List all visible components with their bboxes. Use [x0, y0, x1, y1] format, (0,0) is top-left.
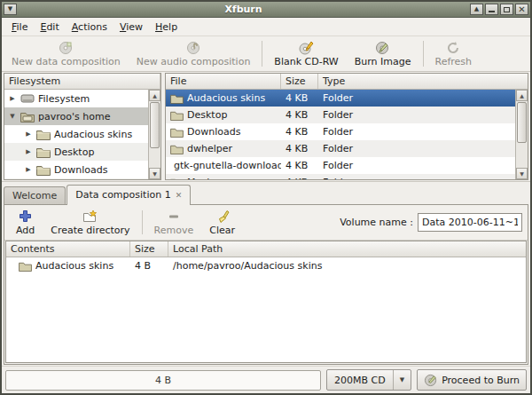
disc-size-combobox[interactable]: 200MB CD ▼ [326, 369, 411, 391]
folder-icon [170, 127, 184, 138]
tree-header: Filesystem [4, 74, 160, 90]
minimize-button[interactable] [485, 4, 498, 15]
refresh-button[interactable]: Refresh [427, 37, 481, 70]
new-data-composition-icon [58, 40, 74, 55]
burn-disc-icon [424, 373, 438, 387]
file-list-rows: Audacious skins 4 KB Folder Desktop 4 KB… [166, 90, 515, 179]
window-menu-button[interactable]: ▼ [4, 4, 17, 15]
blank-cdrw-icon [299, 40, 315, 55]
scroll-up-icon[interactable]: ▲ [516, 90, 528, 101]
tree-item-pavroo-home[interactable]: ▼ pavroo's home [4, 107, 148, 125]
folder-icon [19, 261, 32, 272]
contents-row-audacious-skins[interactable]: Audacious skins 4 B /home/pavroo/Audacio… [6, 257, 526, 274]
column-header-contents[interactable]: Contents [6, 241, 130, 257]
menu-help[interactable]: Help [149, 19, 184, 36]
menu-actions[interactable]: Actions [66, 19, 113, 36]
tree-header-filesystem[interactable]: Filesystem [4, 74, 160, 89]
folder-icon [36, 146, 51, 158]
scroll-down-icon[interactable]: ▼ [516, 168, 528, 179]
folder-icon [36, 164, 51, 176]
column-header-size[interactable]: Size [281, 74, 318, 89]
expander-expanded-icon[interactable]: ▼ [8, 113, 17, 120]
volume-name-group: Volume name : [340, 207, 524, 238]
expander-collapsed-icon[interactable]: ▶ [24, 166, 33, 173]
scrollbar-thumb[interactable] [517, 102, 527, 143]
menu-view[interactable]: View [113, 19, 149, 36]
contents-header: Contents Size Local Path [6, 241, 526, 257]
filesystem-tree-pane: Filesystem ▶ Filesystem ▼ pavroo's home [4, 73, 161, 180]
minimize-icon [489, 11, 495, 12]
scrollbar-thumb[interactable] [150, 102, 160, 148]
new-folder-icon [82, 209, 98, 224]
remove-button[interactable]: Remove [146, 207, 202, 238]
tab-close-icon[interactable]: ✕ [176, 191, 183, 200]
tree-scrollbar[interactable]: ▲ ▼ [148, 90, 160, 179]
tree-item-audacious-skins[interactable]: ▶ Audacious skins [4, 125, 148, 143]
file-row-downloads[interactable]: Downloads 4 KB Folder [166, 123, 515, 140]
column-header-local-path[interactable]: Local Path [168, 241, 526, 257]
create-directory-button[interactable]: Create directory [43, 207, 137, 238]
add-icon [18, 209, 34, 224]
expander-collapsed-icon[interactable]: ▶ [24, 130, 33, 138]
volume-name-input[interactable] [418, 213, 522, 232]
burn-image-button[interactable]: Burn Image [347, 37, 419, 70]
proceed-to-burn-button[interactable]: Proceed to Burn [417, 369, 527, 391]
chevron-down-icon: ▼ [393, 370, 411, 390]
folder-icon [170, 110, 184, 121]
tree-item-filesystem[interactable]: ▶ Filesystem [4, 90, 148, 107]
new-audio-composition-button[interactable]: New audio composition [129, 37, 259, 70]
composition-contents: Contents Size Local Path Audacious skins… [5, 241, 527, 363]
tab-welcome[interactable]: Welcome [4, 186, 66, 205]
tree-rows: ▶ Filesystem ▼ pavroo's home ▶ Audacious… [4, 90, 148, 179]
toolbar-separator [262, 41, 262, 67]
shade-button[interactable]: ▲ [470, 4, 483, 15]
folder-icon [170, 178, 184, 180]
file-row-music[interactable]: Music 4 KB Folder [166, 174, 515, 179]
file-browser: Filesystem ▶ Filesystem ▼ pavroo's home [2, 72, 530, 182]
tree-item-dwhelper[interactable]: ▶ dwhelper [4, 178, 148, 179]
chevron-down-icon: ▼ [8, 6, 12, 12]
data-composition-page: Add Create directory Remove Clear [4, 204, 528, 365]
clear-button[interactable]: Clear [201, 207, 243, 238]
menu-edit[interactable]: Edit [34, 19, 65, 36]
close-button[interactable]: ✕ [515, 4, 528, 15]
blank-cdrw-button[interactable]: Blank CD-RW [266, 37, 346, 70]
folder-icon [170, 93, 184, 104]
toolbar-separator [142, 210, 143, 234]
titlebar: ▼ Xfburn ▲ ✕ [2, 2, 530, 18]
refresh-icon [445, 40, 461, 55]
expander-collapsed-icon[interactable]: ▶ [8, 95, 17, 102]
folder-icon [36, 129, 51, 140]
file-row-gtk-gnutella-downloads[interactable]: gtk-gnutella-downloads 4 KB Folder [166, 157, 515, 174]
burn-image-icon [375, 40, 391, 55]
new-data-composition-button[interactable]: New data composition [4, 37, 129, 70]
disc-usage-bar: 4 B [5, 370, 321, 391]
expander-collapsed-icon[interactable]: ▶ [24, 148, 33, 155]
scroll-down-icon[interactable]: ▼ [149, 168, 160, 179]
tree-item-downloads[interactable]: ▶ Downloads [4, 161, 148, 178]
close-icon: ✕ [518, 5, 525, 14]
file-row-desktop[interactable]: Desktop 4 KB Folder [166, 107, 515, 123]
toolbar-separator [423, 41, 424, 67]
column-header-type[interactable]: Type [318, 74, 528, 89]
column-header-file[interactable]: File [166, 74, 281, 89]
file-list-header: File Size Type [166, 74, 528, 90]
disc-size-value: 200MB CD [334, 375, 393, 386]
main-toolbar: New data composition New audio compositi… [2, 36, 530, 72]
menu-file[interactable]: File [5, 19, 34, 36]
tree-item-desktop[interactable]: ▶ Desktop [4, 143, 148, 161]
file-row-audacious-skins[interactable]: Audacious skins 4 KB Folder [166, 90, 515, 107]
clear-brush-icon [215, 209, 231, 224]
disc-usage-value: 4 B [155, 375, 171, 386]
column-header-size[interactable]: Size [130, 241, 168, 257]
shade-icon: ▲ [474, 6, 479, 12]
add-button[interactable]: Add [8, 207, 43, 238]
menubar: File Edit Actions View Help [2, 18, 530, 36]
maximize-button[interactable] [500, 4, 513, 15]
scroll-up-icon[interactable]: ▲ [149, 90, 160, 101]
file-list-scrollbar[interactable]: ▲ ▼ [515, 90, 528, 179]
file-row-dwhelper[interactable]: dwhelper 4 KB Folder [166, 140, 515, 157]
window-title: Xfburn [19, 4, 468, 15]
folder-icon [170, 144, 184, 154]
tab-data-composition-1[interactable]: Data composition 1 ✕ [66, 185, 191, 205]
